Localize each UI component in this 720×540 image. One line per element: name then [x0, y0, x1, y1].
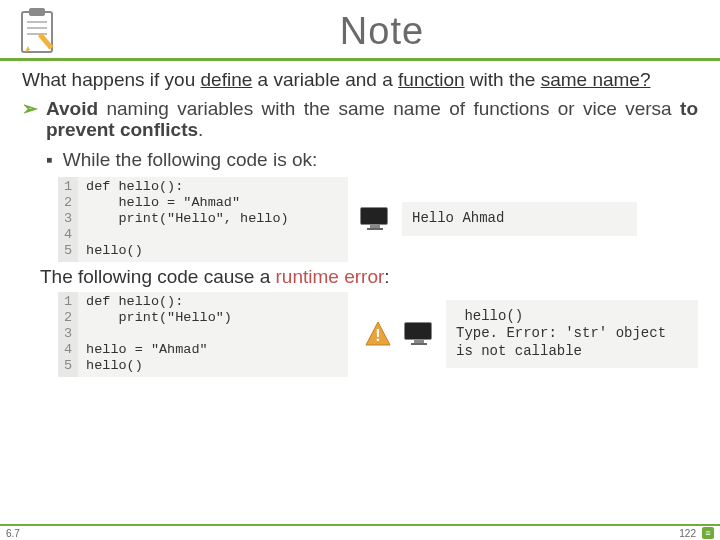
while-text: While the following code is ok: [63, 149, 318, 171]
slide-title: Note [64, 10, 700, 53]
title-row: Note [0, 0, 720, 61]
chevron-right-icon: ➢ [22, 99, 38, 141]
svg-text:!: ! [375, 327, 380, 344]
q-t3: with the [465, 69, 541, 90]
avoid-word: Avoid [46, 98, 98, 119]
q-t2: a variable and a [252, 69, 398, 90]
between-post: : [384, 266, 389, 287]
q-define: define [201, 69, 253, 90]
code-text-1: def hello(): hello = "Ahmad" print("Hell… [78, 177, 299, 262]
code-block-2: 1 2 3 4 5 def hello(): print("Hello") he… [58, 292, 348, 377]
line-numbers-2: 1 2 3 4 5 [58, 292, 78, 377]
content-area: What happens if you define a variable an… [0, 61, 720, 377]
warning-icon: ! [364, 320, 392, 348]
bullets: ➢ Avoid naming variables with the same n… [22, 99, 698, 171]
avoid-body: naming variables with the same name of f… [98, 98, 680, 119]
q-samename: same name? [541, 69, 651, 90]
question-text: What happens if you define a variable an… [22, 69, 698, 91]
q-t1: What happens if you [22, 69, 201, 90]
line-numbers-1: 1 2 3 4 5 [58, 177, 78, 262]
monitor-icon [404, 322, 434, 346]
between-text: The following code cause a runtime error… [40, 266, 698, 288]
code-block-1: 1 2 3 4 5 def hello(): hello = "Ahmad" p… [58, 177, 348, 262]
monitor-icon [360, 207, 390, 231]
footer-badge-icon: ≡ [702, 527, 714, 539]
output-block-2: hello() Type. Error: 'str' object is not… [446, 300, 698, 369]
avoid-dot: . [198, 119, 203, 140]
runtime-error-label: runtime error [276, 266, 385, 287]
square-bullet-icon: ▪ [46, 149, 53, 171]
footer-bar: 6.7 122 ≡ [0, 524, 720, 540]
svg-rect-1 [29, 8, 45, 16]
footer-left: 6.7 [6, 528, 20, 539]
clipboard-icon [14, 6, 64, 56]
between-pre: The following code cause a [40, 266, 276, 287]
avoid-bullet: ➢ Avoid naming variables with the same n… [22, 99, 698, 141]
example-row-1: 1 2 3 4 5 def hello(): hello = "Ahmad" p… [58, 177, 698, 262]
code-text-2: def hello(): print("Hello") hello = "Ahm… [78, 292, 242, 377]
example-row-2: 1 2 3 4 5 def hello(): print("Hello") he… [58, 292, 698, 377]
output-block-1: Hello Ahmad [402, 202, 637, 236]
q-function: function [398, 69, 465, 90]
page-number: 122 [679, 528, 696, 539]
while-bullet: ▪ While the following code is ok: [46, 149, 698, 171]
